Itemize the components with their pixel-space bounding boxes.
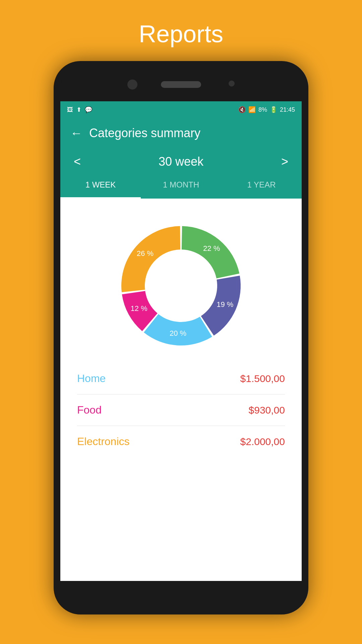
front-camera xyxy=(229,80,235,87)
category-amount-home: $1.500,00 xyxy=(240,373,285,384)
camera xyxy=(127,79,137,90)
upload-icon: ⬆ xyxy=(76,106,81,113)
categories-list: Home $1.500,00 Food $930,00 Electronics … xyxy=(67,360,295,461)
week-label: 30 week xyxy=(159,155,203,169)
category-name-home: Home xyxy=(77,372,106,385)
status-right: 🔇 📶 8% 🔋 21:45 xyxy=(238,106,295,113)
donut-label-0: 22 % xyxy=(203,244,220,253)
toolbar-title: Categories summary xyxy=(89,126,200,140)
category-amount-food: $930,00 xyxy=(249,405,285,416)
category-row-home[interactable]: Home $1.500,00 xyxy=(77,363,285,394)
category-name-electronics: Electronics xyxy=(77,435,130,448)
mute-icon: 🔇 xyxy=(238,106,246,113)
page-title: Reports xyxy=(0,20,362,48)
category-name-food: Food xyxy=(77,404,102,416)
image-icon: 🖼 xyxy=(67,106,73,113)
donut-center xyxy=(145,250,217,321)
category-amount-electronics: $2.000,00 xyxy=(240,436,285,447)
next-week-button[interactable]: > xyxy=(281,155,288,169)
phone-bottom-bar xyxy=(60,581,302,608)
category-row-electronics[interactable]: Electronics $2.000,00 xyxy=(77,426,285,457)
period-tabs: 1 WEEK 1 MONTH 1 YEAR xyxy=(60,175,302,199)
speaker xyxy=(161,81,201,88)
phone-top-bar xyxy=(60,68,302,101)
donut-label-3: 12 % xyxy=(131,304,147,313)
status-bar: 🖼 ⬆ 💬 🔇 📶 8% 🔋 21:45 xyxy=(60,101,302,118)
tab-1month[interactable]: 1 MONTH xyxy=(141,175,221,199)
prev-week-button[interactable]: < xyxy=(74,155,81,169)
chart-area: 22 %19 %20 %12 %26 % Home $1.500,00 Food… xyxy=(60,199,302,581)
time-display: 21:45 xyxy=(280,106,295,113)
battery-icon: 🔋 xyxy=(270,106,277,113)
wifi-icon: 📶 xyxy=(248,106,256,113)
tab-1week[interactable]: 1 WEEK xyxy=(60,175,141,199)
week-nav: < 30 week > xyxy=(60,148,302,175)
battery-percent: 8% xyxy=(258,106,267,113)
category-row-food[interactable]: Food $930,00 xyxy=(77,394,285,426)
donut-chart: 22 %19 %20 %12 %26 % xyxy=(107,212,255,360)
status-icons-left: 🖼 ⬆ 💬 xyxy=(67,106,92,113)
app-toolbar: ← Categories summary xyxy=(60,118,302,148)
donut-label-1: 19 % xyxy=(217,300,233,309)
phone-container: 🖼 ⬆ 💬 🔇 📶 8% 🔋 21:45 ← Categories summar… xyxy=(54,61,308,614)
donut-label-4: 26 % xyxy=(137,249,154,258)
phone-screen: 🖼 ⬆ 💬 🔇 📶 8% 🔋 21:45 ← Categories summar… xyxy=(60,101,302,581)
messenger-icon: 💬 xyxy=(85,106,92,113)
tab-1year[interactable]: 1 YEAR xyxy=(221,175,302,199)
donut-label-2: 20 % xyxy=(170,329,186,337)
back-button[interactable]: ← xyxy=(70,126,82,140)
